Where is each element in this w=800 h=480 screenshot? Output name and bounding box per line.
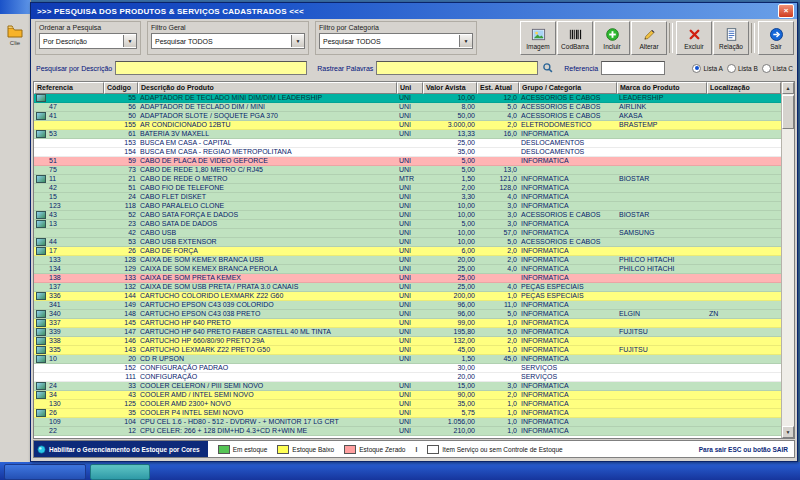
close-button[interactable]: × bbox=[778, 4, 794, 18]
taskbar-item[interactable] bbox=[90, 464, 150, 480]
delete-button[interactable]: Excluir bbox=[676, 21, 712, 55]
cell-localizacao bbox=[707, 211, 781, 219]
table-row[interactable]: 1323CABO SATA DE DADOSUNI5,003,0INFORMAT… bbox=[34, 220, 781, 229]
column-header-marca[interactable]: Marca do Produto bbox=[617, 82, 707, 94]
cell-grupo-categoria: DESLOCAMENTOS bbox=[519, 148, 617, 156]
cell-descricao: CARTUCHO COLORIDO LEXMARK Z22 G60 bbox=[138, 292, 397, 300]
reference-value: 339 bbox=[49, 328, 61, 336]
table-row[interactable]: 1524CABO FLET DISKETUNI3,304,0INFORMATIC… bbox=[34, 193, 781, 202]
chevron-down-icon[interactable]: ▼ bbox=[459, 35, 472, 47]
radio-lista-c[interactable]: Lista C bbox=[762, 64, 793, 73]
cell-valor-avista: 3.000,00 bbox=[423, 121, 477, 129]
cell-marca: AKASA bbox=[617, 112, 707, 120]
table-row[interactable]: 4150ADAPTADOR SLOTE / SOQUETE PGA 370UNI… bbox=[34, 112, 781, 121]
cell-est-atual: 5,0 bbox=[477, 328, 519, 336]
table-row[interactable]: 335143CARTUCHO LEXMARK Z22 PRETO G50UNI4… bbox=[34, 346, 781, 355]
table-row[interactable]: 337145CARTUCHO HP 640 PRETOUNI99,001,0IN… bbox=[34, 319, 781, 328]
table-row[interactable]: 133128CAIXA DE SOM KEMEX BRANCA USBUNI20… bbox=[34, 256, 781, 265]
table-row[interactable]: 1726CABO DE FORÇAUNI6,002,0INFORMATICA bbox=[34, 247, 781, 256]
general-filter-select[interactable]: Pesquisar TODOS ▼ bbox=[151, 33, 305, 49]
cell-uni: UNI bbox=[397, 166, 423, 174]
column-header-codigo[interactable]: Código bbox=[104, 82, 138, 94]
table-row[interactable]: 134129CAIXA DE SOM KEMEX BRANCA PEROLAUN… bbox=[34, 265, 781, 274]
cell-codigo: 152 bbox=[104, 364, 138, 372]
radio-lista-b[interactable]: Lista B bbox=[727, 64, 758, 73]
cell-descricao: CARTUCHO HP 640 PRETO bbox=[138, 319, 397, 327]
report-button[interactable]: Relação bbox=[713, 21, 749, 55]
cell-grupo-categoria: SERVIÇOS bbox=[519, 364, 617, 372]
edit-button[interactable]: Alterar bbox=[631, 21, 667, 55]
table-row[interactable]: 111CONFIGURAÇÃO20,00SERVIÇOS bbox=[34, 373, 781, 382]
barcode-button[interactable]: CodBarra bbox=[557, 21, 593, 55]
table-row[interactable]: 152CONFIGURAÇÃO PADRAO30,00SERVIÇOS bbox=[34, 364, 781, 373]
scroll-up-icon[interactable]: ▲ bbox=[782, 82, 794, 94]
radio-lista-a[interactable]: Lista A bbox=[692, 64, 723, 73]
table-row[interactable]: 4251CABO FIO DE TELEFONEUNI2,00128,0INFO… bbox=[34, 184, 781, 193]
table-row[interactable]: 2433COOLER CELERON / PIII SEMI NOVOUNI15… bbox=[34, 382, 781, 391]
taskbar[interactable] bbox=[0, 462, 800, 480]
chevron-down-icon[interactable]: ▼ bbox=[291, 35, 304, 47]
window-titlebar[interactable]: >>> PESQUISA DOS PRODUTOS & SERVIÇOS CAD… bbox=[31, 3, 797, 19]
edit-icon bbox=[642, 27, 657, 42]
category-filter-select[interactable]: Pesquisar TODOS ▼ bbox=[319, 33, 473, 49]
table-row[interactable]: 7573CABO DE REDE 1,80 METRO C/ RJ45UNI5,… bbox=[34, 166, 781, 175]
cell-codigo: 129 bbox=[104, 265, 138, 273]
scroll-down-icon[interactable]: ▼ bbox=[782, 426, 794, 438]
column-header-localizacao[interactable]: Localização bbox=[707, 82, 781, 94]
taskbar-item[interactable] bbox=[4, 464, 86, 480]
track-words-input[interactable] bbox=[376, 61, 538, 75]
table-row[interactable]: 5159CABO DE PLACA DE VIDEO GEFORCEUNI5,0… bbox=[34, 157, 781, 166]
table-row[interactable]: 339147CARTUCHO HP 640 PRETO FABER CASTEL… bbox=[34, 328, 781, 337]
vertical-scrollbar[interactable]: ▲ ▼ bbox=[781, 82, 794, 438]
chevron-down-icon[interactable]: ▼ bbox=[123, 35, 136, 47]
table-row[interactable]: 336144CARTUCHO COLORIDO LEXMARK Z22 G60U… bbox=[34, 292, 781, 301]
column-header-grupo-categoria[interactable]: Grupo / Categoria bbox=[519, 82, 617, 94]
search-row: Pesquisar por Descrição Rastrear Palavra… bbox=[36, 60, 793, 76]
table-row[interactable]: 4453CABO USB EXTENSORUNI10,005,0ACESSORI… bbox=[34, 238, 781, 247]
column-header-valor-avista[interactable]: Valor Avista bbox=[423, 82, 477, 94]
column-header-descricao[interactable]: Descrição do Produto bbox=[138, 82, 397, 94]
cell-referencia: 337 bbox=[34, 319, 104, 327]
table-row[interactable]: 5361BATERIA 3V MAXELLUNI13,3316,0INFORMA… bbox=[34, 130, 781, 139]
table-row[interactable]: 4756ADAPTADOR DE TECLADO DIM / MINIUNI8,… bbox=[34, 103, 781, 112]
table-row[interactable]: 137132CAIXA DE SOM USB PRETA / PRATA 3.0… bbox=[34, 283, 781, 292]
table-row[interactable]: 3443COOLER AMD / INTEL SEMI NOVOUNI90,00… bbox=[34, 391, 781, 400]
table-row[interactable]: 153BUSCA EM CASA - CAPITAL25,00DESLOCAME… bbox=[34, 139, 781, 148]
reference-input[interactable] bbox=[601, 61, 665, 75]
cell-referencia bbox=[34, 121, 104, 129]
table-row[interactable]: 2212CPU CELER: 266 + 128 DIM+HD 4.3+CD R… bbox=[34, 427, 781, 436]
column-header-referencia[interactable]: Referencia bbox=[34, 82, 104, 94]
column-header-est-atual[interactable]: Est. Atual bbox=[477, 82, 519, 94]
search-icon[interactable] bbox=[542, 62, 554, 74]
table-row[interactable]: 1020CD R UPSONUNI1,5045,0INFORMATICA bbox=[34, 355, 781, 364]
image-button[interactable]: Imagem bbox=[520, 21, 556, 55]
cell-referencia: 338 bbox=[34, 337, 104, 345]
table-row[interactable]: 340148CARTUCHO EPSON C43 038 PRETOUNI96,… bbox=[34, 310, 781, 319]
table-row[interactable]: 42CABO USBUNI10,0057,0INFORMATICASAMSUNG bbox=[34, 229, 781, 238]
table-row[interactable]: 155AR CONDICIONADO 12BTUUNI3.000,002,0EL… bbox=[34, 121, 781, 130]
table-row[interactable]: 1121CABO DE REDE O METROMTR1,50121,0INFO… bbox=[34, 175, 781, 184]
table-row[interactable]: 130125COOLER AMD 2300+ NOVOUNI35,001,0IN… bbox=[34, 400, 781, 409]
search-description-input[interactable] bbox=[115, 61, 307, 75]
table-row[interactable]: 154BUSCA EM CASA - REGIAO METROPOLITANA3… bbox=[34, 148, 781, 157]
add-button[interactable]: Incluir bbox=[594, 21, 630, 55]
cell-grupo-categoria: INFORMATICA bbox=[519, 202, 617, 210]
stock-management-toggle[interactable]: Habilitar o Gerenciamento do Estoque por… bbox=[34, 441, 208, 457]
table-row[interactable]: 2635COOLER P4 INTEL SEMI NOVOUNI5,751,0I… bbox=[34, 409, 781, 418]
table-row[interactable]: 338146CARTUCHO HP 660/80/90 PRETO 29AUNI… bbox=[34, 337, 781, 346]
cell-localizacao bbox=[707, 400, 781, 408]
scrollbar-thumb[interactable] bbox=[782, 95, 794, 129]
order-filter-select[interactable]: Por Descrição ▼ bbox=[39, 33, 137, 49]
zero-stock-label: Estoque Zerado bbox=[359, 446, 405, 453]
table-row[interactable]: 341149CARTUCHO EPSON C43 039 COLORIDOUNI… bbox=[34, 301, 781, 310]
table-row[interactable]: 109104CPU CEL 1.6 - HD80 - 512 - DVDRW -… bbox=[34, 418, 781, 427]
cell-referencia: 42 bbox=[34, 184, 104, 192]
table-row[interactable]: 138133CAIXA DE SOM PRETA KEMEXUNI25,00IN… bbox=[34, 274, 781, 283]
exit-button[interactable]: Sair bbox=[758, 21, 794, 55]
table-row[interactable]: 123118CABO PARALELO CLONEUNI10,003,0INFO… bbox=[34, 202, 781, 211]
column-header-uni[interactable]: Uni bbox=[397, 82, 423, 94]
table-row[interactable]: 4352CABO SATA FORÇA E DADOSUNI10,003,0AC… bbox=[34, 211, 781, 220]
table-row[interactable]: 55ADAPTADOR DE TECLADO MINI DIM/DIM LEAD… bbox=[34, 94, 781, 103]
product-photo-icon bbox=[36, 175, 46, 183]
product-photo-icon bbox=[36, 409, 46, 417]
